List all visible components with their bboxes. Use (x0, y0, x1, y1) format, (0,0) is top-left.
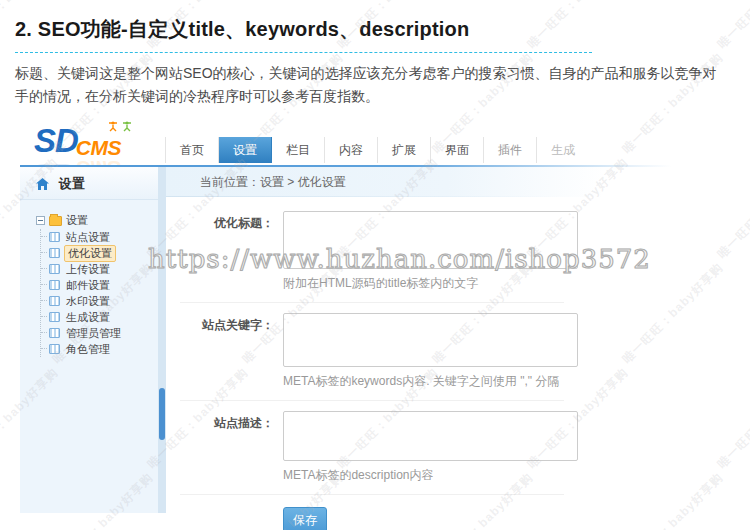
field-help: META标签的description内容 (283, 467, 578, 484)
row-divider (180, 302, 564, 303)
save-button[interactable]: 保存 (283, 507, 327, 530)
table-icon (49, 312, 60, 322)
site-description-textarea[interactable] (283, 411, 578, 461)
sidebar-item-label: 管理员管理 (64, 326, 123, 341)
sidebar-item-label: 优化设置 (64, 245, 116, 262)
tab-columns[interactable]: 栏目 (272, 137, 325, 163)
nav-tabs: 首页 设置 栏目 内容 扩展 界面 插件 生成 (165, 137, 589, 163)
tab-content[interactable]: 内容 (325, 137, 378, 163)
breadcrumb: 当前位置：设置 > 优化设置 (166, 167, 728, 197)
field-help: META标签的keywords内容. 关键字之间使用 "," 分隔 (283, 373, 578, 390)
sidebar-item-generate-settings[interactable]: 生成设置 (41, 309, 158, 325)
row-divider (180, 494, 564, 495)
admin-header: SDCMS SDCMS (20, 118, 728, 165)
tree-root-label: 设置 (66, 213, 88, 228)
seo-title-textarea[interactable] (283, 211, 578, 269)
field-label: 优化标题： (180, 211, 274, 292)
sidebar-header: 设置 (20, 167, 158, 200)
tab-settings[interactable]: 设置 (219, 137, 272, 163)
logo-sd-text: SD (34, 122, 78, 159)
sidebar-item-mail-settings[interactable]: 邮件设置 (41, 277, 158, 293)
tab-extend[interactable]: 扩展 (378, 137, 431, 163)
home-icon (36, 169, 49, 202)
table-icon (49, 248, 60, 258)
form-row-title: 优化标题： 附加在HTML源码的title标签内的文字 (166, 211, 728, 292)
sidebar-header-label: 设置 (59, 176, 85, 191)
form-row-keywords: 站点关键字： META标签的keywords内容. 关键字之间使用 "," 分隔 (166, 313, 728, 390)
scrollbar-thumb[interactable] (159, 388, 165, 440)
table-icon (49, 328, 60, 338)
row-divider (180, 400, 564, 401)
tab-interface[interactable]: 界面 (431, 137, 484, 163)
folder-icon (49, 216, 62, 226)
sidebar-item-watermark-settings[interactable]: 水印设置 (41, 293, 158, 309)
table-icon (49, 296, 60, 306)
sidebar-scrollbar[interactable] (158, 167, 166, 513)
form-row-description: 站点描述： META标签的description内容 (166, 411, 728, 484)
seo-form: 优化标题： 附加在HTML源码的title标签内的文字 站点关键字： META标… (166, 197, 728, 530)
main-content: 当前位置：设置 > 优化设置 优化标题： 附加在HTML源码的title标签内的… (166, 167, 728, 514)
tree-root-settings[interactable]: 设置 (36, 212, 158, 229)
table-icon (49, 344, 60, 354)
field-help: 附加在HTML源码的title标签内的文字 (283, 275, 578, 292)
collapse-icon[interactable] (36, 216, 45, 225)
field-label: 站点描述： (180, 411, 274, 484)
table-icon (49, 280, 60, 290)
sidebar-item-admin-management[interactable]: 管理员管理 (41, 325, 158, 341)
table-icon (49, 264, 60, 274)
logo: SDCMS SDCMS (34, 122, 164, 164)
tab-home[interactable]: 首页 (165, 137, 219, 163)
tree-items: 站点设置 优化设置 上传设置 邮件设置 水印设置 生成设置 管理员管理 角色管理 (40, 229, 158, 357)
sidebar-item-role-management[interactable]: 角色管理 (41, 341, 158, 357)
admin-panel: SDCMS SDCMS (20, 118, 728, 514)
sidebar-item-label: 邮件设置 (64, 278, 112, 293)
sidebar-item-site-settings[interactable]: 站点设置 (41, 229, 158, 245)
intro-paragraph: 标题、关键词这是整个网站SEO的核心，关键词的选择应该充分考虑客户的搜索习惯、自… (15, 62, 727, 108)
sidebar-item-label: 角色管理 (64, 342, 112, 357)
settings-tree: 设置 站点设置 优化设置 上传设置 邮件设置 水印设置 生成设置 管理员管理 角… (20, 200, 158, 357)
page: 2. SEO功能-自定义title、keywords、description 标… (0, 0, 750, 530)
table-icon (49, 232, 60, 242)
logo-figures-icon (108, 118, 134, 136)
sidebar-item-upload-settings[interactable]: 上传设置 (41, 261, 158, 277)
title-divider (15, 52, 592, 53)
sidebar-item-seo-settings[interactable]: 优化设置 (41, 245, 158, 261)
page-title: 2. SEO功能-自定义title、keywords、description (15, 16, 715, 43)
tab-plugins[interactable]: 插件 (484, 137, 537, 163)
sidebar: 设置 设置 站点设置 优化设置 上传设置 邮件设置 水印设置 生成设置 管理员管… (20, 167, 158, 513)
site-keywords-textarea[interactable] (283, 313, 578, 367)
field-label: 站点关键字： (180, 313, 274, 390)
sidebar-item-label: 生成设置 (64, 310, 112, 325)
tab-generate[interactable]: 生成 (537, 137, 589, 163)
sidebar-item-label: 水印设置 (64, 294, 112, 309)
stamp-watermark: 唯一旺旺：baby好享购 (714, 0, 750, 53)
sidebar-item-label: 上传设置 (64, 262, 112, 277)
sidebar-item-label: 站点设置 (64, 230, 112, 245)
